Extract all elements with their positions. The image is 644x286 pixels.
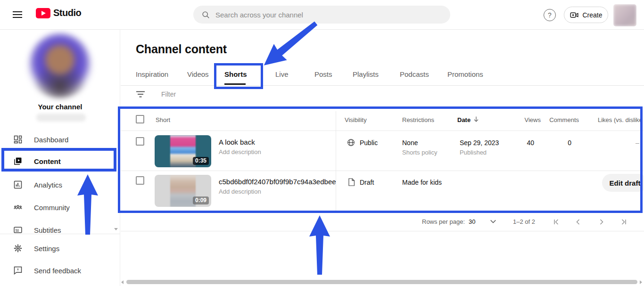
video-thumbnail[interactable]: 0:09: [155, 175, 211, 207]
content-icon: [13, 156, 23, 166]
youtube-play-icon: [36, 8, 50, 18]
last-page-button[interactable]: [619, 217, 628, 227]
restrictions-sub: Shorts policy: [402, 149, 437, 156]
sidebar-item-send-feedback[interactable]: Send feedback: [0, 259, 120, 282]
column-header-visibility[interactable]: Visibility: [345, 116, 367, 123]
sidebar-scroll-down-icon[interactable]: [114, 228, 118, 230]
globe-icon: [347, 138, 355, 147]
brand-text: Studio: [53, 8, 81, 18]
video-title[interactable]: A look back: [219, 138, 255, 146]
active-tab-indicator: [224, 83, 246, 85]
column-header-likes[interactable]: Likes (vs. dislike: [598, 116, 643, 123]
sort-descending-icon[interactable]: [472, 115, 480, 123]
date-value: Sep 29, 2023: [460, 139, 499, 147]
create-label: Create: [582, 11, 602, 19]
scrollbar-left-arrow[interactable]: [121, 280, 124, 284]
sidebar-item-analytics[interactable]: Analytics: [0, 173, 120, 196]
add-description-link[interactable]: Add description: [219, 148, 261, 155]
tab-podcasts[interactable]: Podcasts: [400, 63, 429, 85]
likes-value: –: [636, 139, 639, 147]
page-info: 1–2 of 2: [513, 218, 535, 225]
filter-bar: [136, 90, 265, 98]
row-checkbox[interactable]: [136, 137, 144, 146]
chevron-down-icon[interactable]: [489, 218, 497, 225]
table-header-divider: [121, 131, 644, 131]
row-divider: [121, 171, 644, 171]
sidebar-item-label: Analytics: [34, 181, 62, 189]
visibility-value[interactable]: Public: [360, 139, 378, 147]
footer-divider: [121, 231, 644, 231]
tab-promotions[interactable]: Promotions: [447, 63, 483, 85]
thumbnail-image: [170, 135, 196, 167]
column-header-date[interactable]: Date: [457, 116, 471, 123]
tab-live[interactable]: Live: [275, 63, 289, 85]
date-sub: Published: [460, 149, 487, 156]
first-page-button[interactable]: [552, 217, 561, 227]
tab-bar-divider: [121, 85, 644, 86]
add-description-link[interactable]: Add description: [219, 188, 261, 195]
sidebar-item-community[interactable]: Community: [0, 196, 120, 219]
row-checkbox[interactable]: [136, 176, 144, 185]
youtube-studio-app: Studio ? Create Your channel Dashboard: [0, 0, 644, 286]
edit-draft-button[interactable]: Edit draft: [602, 174, 644, 192]
sidebar-item-label: Settings: [34, 245, 59, 253]
rows-per-page-label: Rows per page:: [422, 218, 465, 225]
scrollbar-right-arrow[interactable]: [640, 280, 642, 284]
sidebar-item-label: Dashboard: [34, 136, 68, 144]
sidebar-item-settings[interactable]: Settings: [0, 237, 120, 260]
community-icon: [13, 203, 23, 212]
hamburger-menu-icon[interactable]: [12, 10, 23, 19]
sidebar-item-label: Subtitles: [34, 226, 61, 234]
visibility-value[interactable]: Draft: [360, 179, 374, 186]
previous-page-button[interactable]: [573, 217, 583, 227]
column-header-short[interactable]: Short: [156, 116, 170, 123]
rows-per-page-value[interactable]: 30: [469, 218, 475, 225]
analytics-icon: [13, 180, 23, 189]
filter-icon[interactable]: [136, 90, 145, 98]
subtitles-icon: [13, 225, 23, 235]
duration-badge: 0:09: [193, 196, 209, 204]
restrictions-value: Made for kids: [402, 179, 442, 186]
sidebar-item-dashboard[interactable]: Dashboard: [0, 128, 120, 151]
video-title[interactable]: c5bd6bdf0f2407bf09f9b7c94a3edbee: [219, 178, 336, 186]
account-avatar[interactable]: [613, 4, 636, 26]
channel-label: Your channel: [0, 103, 120, 111]
next-page-button[interactable]: [597, 217, 606, 227]
duration-badge: 0:35: [193, 157, 209, 165]
create-button[interactable]: Create: [564, 7, 608, 23]
select-all-checkbox[interactable]: [136, 115, 144, 123]
account-avatar-image: [613, 4, 636, 26]
sidebar: Your channel Dashboard Content Analytics…: [0, 30, 120, 286]
filter-input[interactable]: [161, 90, 265, 98]
tab-videos[interactable]: Videos: [187, 63, 209, 85]
sidebar-item-label: Send feedback: [34, 267, 81, 275]
youtube-studio-logo[interactable]: Studio: [36, 8, 81, 18]
horizontal-scrollbar-thumb[interactable]: [126, 280, 637, 284]
table-column-divider: [336, 111, 336, 211]
tab-shorts[interactable]: Shorts: [224, 63, 247, 85]
sidebar-item-label: Content: [34, 157, 61, 165]
draft-document-icon: [347, 178, 355, 187]
tab-posts[interactable]: Posts: [314, 63, 332, 85]
page-title: Channel content: [136, 42, 227, 56]
column-header-views[interactable]: Views: [503, 116, 541, 123]
help-icon[interactable]: ?: [544, 9, 556, 21]
video-thumbnail[interactable]: 0:35: [155, 135, 211, 167]
restrictions-value: None: [402, 139, 418, 147]
top-bar: Studio ? Create: [0, 0, 644, 30]
thumbnail-image: [170, 175, 196, 207]
dashboard-icon: [13, 135, 23, 144]
sidebar-item-content[interactable]: Content: [0, 150, 120, 172]
search-input[interactable]: [215, 11, 432, 19]
tab-playlists[interactable]: Playlists: [353, 63, 379, 85]
sidebar-divider: [0, 234, 120, 234]
tab-inspiration[interactable]: Inspiration: [136, 63, 168, 85]
search-bar: [193, 6, 450, 24]
comments-value: 0: [537, 139, 571, 147]
sidebar-item-label: Community: [34, 204, 70, 212]
column-header-comments[interactable]: Comments: [537, 116, 579, 123]
channel-avatar[interactable]: [27, 32, 93, 98]
search-icon: [202, 11, 210, 19]
column-header-restrictions[interactable]: Restrictions: [402, 116, 434, 123]
channel-name-blurred: [36, 114, 86, 122]
